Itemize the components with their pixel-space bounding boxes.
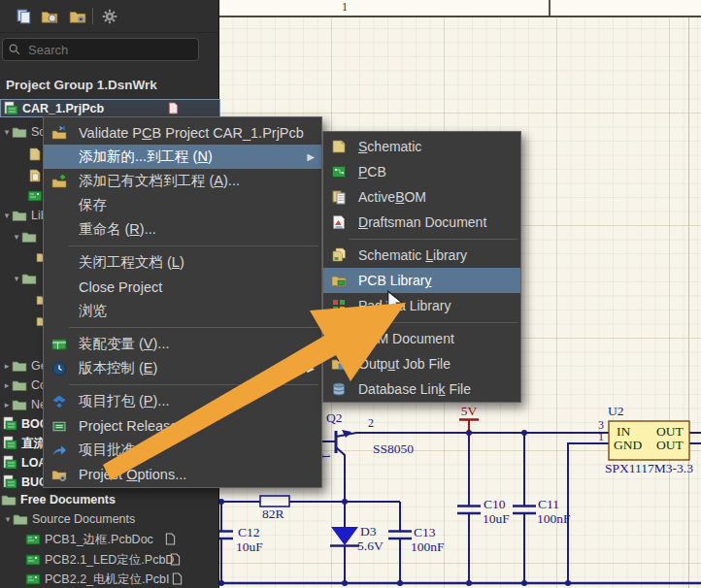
d3-value: 5.6V (357, 539, 384, 553)
u2-pin-gnd-label: GND (614, 439, 642, 452)
menu-item-close-project[interactable]: Close Project (44, 275, 321, 299)
pad-via-library-icon (331, 298, 347, 313)
folder-icon (12, 377, 27, 393)
submenu-item-pcb-library[interactable]: PCB Library (323, 268, 520, 293)
menu-item-assembly-variants[interactable]: 装配变量 (V)... (44, 332, 321, 356)
menu-item-add-existing[interactable]: 添加已有文档到工程 (A)... (44, 169, 321, 193)
schematic-doc-icon (331, 139, 347, 154)
version-control-icon (51, 361, 67, 376)
submenu-item-schematic[interactable]: Schematic (323, 134, 520, 159)
folder-icon (12, 397, 27, 412)
u2-pin-out2-label: OUT (656, 439, 684, 452)
submenu-item-draftsman[interactable]: Draftsman Document (323, 210, 520, 235)
menu-item-project-options[interactable]: Project Options... (44, 462, 321, 486)
submenu-arrow-icon: ▶ (307, 363, 315, 374)
folder-settings-icon[interactable] (69, 8, 86, 25)
menu-item-label: Output Job File (358, 356, 451, 372)
c12-value: 10uF (236, 540, 263, 554)
menu-item-project-approve[interactable]: 项目批准 (44, 438, 321, 462)
menu-item-add-new-to-project[interactable]: 添加新的...到工程 (N) ▶ (44, 145, 321, 169)
tree-item-label: CAR_1.PrjPcb (22, 102, 104, 115)
menu-item-label: PCB Library (358, 273, 431, 288)
expander-open-icon[interactable]: ▾ (2, 127, 12, 137)
tree-item-pcb3-file[interactable]: PCB3 (0, 584, 218, 588)
q2-part-number: SS8050 (373, 442, 414, 456)
project-icon (2, 455, 17, 471)
project-context-menu: Validate PCB Project CAR_1.PrjPcb 添加新的..… (43, 116, 322, 488)
expander-open-icon[interactable]: ▾ (12, 232, 21, 242)
expander-open-icon[interactable]: ▾ (3, 514, 13, 524)
options-icon (51, 467, 67, 482)
c13-designator: C13 (414, 526, 436, 539)
menu-item-project-releaser[interactable]: Project Releaser (44, 413, 321, 438)
expander-open-icon[interactable]: ▾ (2, 211, 12, 220)
validate-project-icon (51, 125, 67, 141)
c11-designator: C11 (538, 498, 559, 511)
tree-item-pcb1-file[interactable]: PCB1_边框.PcbDoc (0, 531, 218, 548)
schematic-library-icon (331, 247, 347, 263)
menu-item-label: Close Project (79, 279, 162, 295)
u2-designator: U2 (608, 405, 624, 418)
menu-item-save[interactable]: 保存 (44, 193, 321, 217)
submenu-item-database-link[interactable]: Database Link File (323, 376, 520, 402)
submenu-item-activebom[interactable]: ActiveBOM (323, 184, 520, 210)
add-new-submenu: Schematic PCB ActiveBOM Draftsman Docume… (322, 131, 521, 403)
folder-icon (21, 271, 37, 286)
menu-separator (323, 318, 520, 326)
tree-item-pcb21-file[interactable]: PCB2.1_LED定位.PcbD (0, 551, 218, 569)
expander-closed-icon[interactable]: ▸ (2, 361, 12, 371)
search-box[interactable] (2, 38, 199, 61)
menu-item-label: Schematic Library (358, 247, 467, 263)
expander-open-icon[interactable]: ▾ (12, 274, 21, 283)
settings-icon[interactable] (101, 8, 118, 25)
menu-item-explore[interactable]: 浏览 (44, 299, 321, 323)
folder-search-icon[interactable] (41, 8, 58, 25)
tree-item-free-documents[interactable]: Free Documents (0, 491, 218, 508)
submenu-item-output-job[interactable]: Output Job File (323, 351, 520, 376)
menu-item-label: 添加已有文档到工程 (A)... (79, 172, 240, 190)
altium-designer-window: 1 (0, 0, 701, 588)
menu-item-validate-project[interactable]: Validate PCB Project CAR_1.PrjPcb (44, 120, 321, 145)
documents-icon[interactable] (16, 8, 33, 25)
c12-designator: C12 (238, 526, 260, 539)
menu-item-label: Project Options... (79, 467, 186, 482)
menu-item-close-project-documents[interactable]: 关闭工程文档 (L) (44, 250, 321, 275)
folder-icon (12, 358, 27, 374)
folder-icon (12, 124, 27, 140)
submenu-item-pcb[interactable]: PCB (323, 159, 520, 184)
menu-separator (44, 380, 321, 389)
releaser-icon (51, 418, 67, 434)
menu-item-label: 保存 (79, 196, 107, 214)
menu-item-label: 添加新的...到工程 (N) (79, 147, 213, 166)
u2-part-number: SPX1117M3-3.3 (605, 462, 693, 475)
folder-icon (13, 511, 28, 527)
menu-separator (44, 242, 321, 250)
folder-icon (1, 492, 17, 507)
menu-item-rename[interactable]: 重命名 (R)... (44, 217, 321, 242)
d3-designator: D3 (360, 525, 377, 539)
search-input[interactable] (26, 42, 185, 58)
submenu-item-cam-document[interactable]: CAM Document (323, 326, 520, 351)
submenu-item-schematic-library[interactable]: Schematic Library (323, 243, 520, 268)
project-icon (3, 101, 18, 116)
search-icon (8, 43, 21, 56)
tree-item-label: Source Documents (32, 512, 135, 526)
r5-value: 82R (262, 507, 284, 521)
menu-separator (323, 235, 520, 243)
menu-item-project-packager[interactable]: 项目打包 (P)... (44, 389, 321, 413)
menu-item-version-control[interactable]: 版本控制 (E) ▶ (44, 356, 321, 380)
expander-closed-icon[interactable]: ▸ (2, 380, 12, 390)
submenu-item-pad-via-library[interactable]: Pad Via Library (323, 293, 520, 318)
schematic-doc-icon (27, 147, 43, 162)
menu-item-label: Draftsman Document (358, 214, 486, 230)
tree-item-source-documents[interactable]: ▾ Source Documents (0, 510, 218, 528)
tree-item-project-car1[interactable]: CAR_1.PrjPcb (0, 99, 220, 117)
menu-item-label: 关闭工程文档 (L) (79, 253, 184, 272)
cam-doc-icon (331, 331, 347, 346)
expander-closed-icon[interactable]: ▸ (2, 400, 12, 409)
c10-designator: C10 (484, 498, 506, 511)
menu-item-label: 浏览 (79, 302, 107, 320)
q2-designator: Q2 (326, 411, 343, 425)
pcb-doc-icon (27, 188, 43, 204)
c13-value: 100nF (411, 540, 445, 554)
